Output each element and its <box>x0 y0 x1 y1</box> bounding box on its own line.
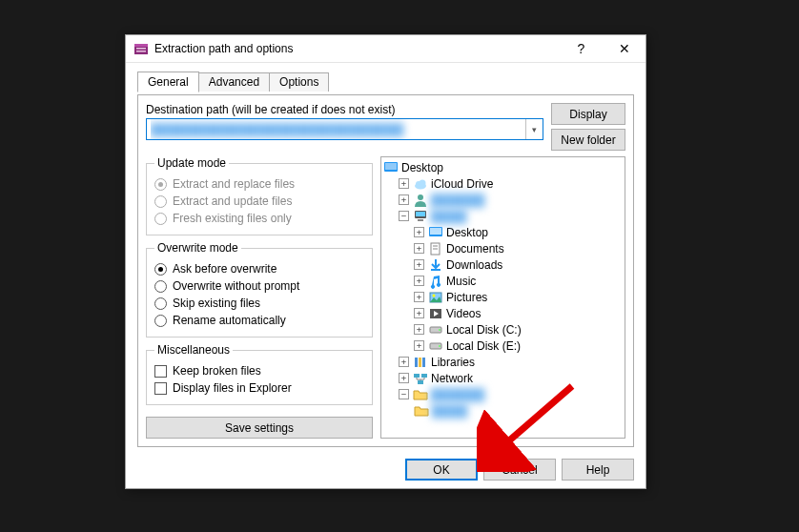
svg-point-23 <box>439 329 440 331</box>
extraction-options-dialog: Extraction path and options ? ✕ General … <box>125 34 646 489</box>
tab-page-general: Destination path (will be created if doe… <box>137 94 634 447</box>
svg-point-20 <box>433 294 436 297</box>
expand-icon[interactable]: + <box>414 292 424 302</box>
radio-extract-replace[interactable]: Extract and replace files <box>154 175 364 193</box>
tree-node-network[interactable]: + Network <box>383 370 623 386</box>
tree-node-user[interactable]: + ██████ <box>383 192 623 208</box>
update-mode-legend: Update mode <box>154 156 229 170</box>
svg-rect-2 <box>136 48 146 50</box>
radio-skip-existing[interactable]: Skip existing files <box>154 295 364 312</box>
help-button[interactable]: Help <box>562 459 634 481</box>
tree-node-documents[interactable]: + Documents <box>383 240 623 256</box>
destination-path-label: Destination path (will be created if doe… <box>146 103 543 116</box>
drive-icon <box>428 338 443 354</box>
tree-node-libraries[interactable]: + Libraries <box>383 354 623 370</box>
expand-icon[interactable]: + <box>399 194 409 205</box>
svg-point-25 <box>439 345 440 347</box>
checkbox-icon <box>154 365 167 378</box>
expand-icon[interactable]: + <box>414 308 424 318</box>
save-settings-button[interactable]: Save settings <box>146 417 373 439</box>
folder-tree[interactable]: Desktop + iCloud Drive + ██████ − <box>380 156 625 439</box>
tree-node-pc[interactable]: − ████ <box>383 208 623 224</box>
tree-node-icloud[interactable]: + iCloud Drive <box>383 175 623 192</box>
tab-options[interactable]: Options <box>269 72 329 92</box>
client-area: General Advanced Options Destination pat… <box>126 63 645 490</box>
collapse-icon[interactable]: − <box>399 389 409 399</box>
svg-rect-30 <box>421 374 427 378</box>
radio-icon <box>154 263 167 276</box>
tree-node-downloads[interactable]: + Downloads <box>383 256 623 273</box>
expand-icon[interactable]: + <box>414 259 424 270</box>
expand-icon[interactable]: + <box>399 373 409 383</box>
svg-rect-11 <box>416 212 425 216</box>
svg-rect-27 <box>419 358 421 367</box>
expand-icon[interactable]: + <box>414 227 424 237</box>
path-row: Destination path (will be created if doe… <box>146 103 625 151</box>
svg-rect-5 <box>385 163 397 170</box>
destination-path-combo[interactable]: ████████████████████████████ ▾ <box>146 118 543 140</box>
drive-icon <box>428 322 443 338</box>
computer-icon <box>413 209 428 224</box>
folder-icon <box>413 387 428 402</box>
libraries-icon <box>413 355 428 370</box>
svg-rect-12 <box>418 219 423 221</box>
tree-node-folder-blur[interactable]: − ██████ <box>383 386 623 402</box>
miscellaneous-group: Miscellaneous Keep broken files Display … <box>146 343 373 405</box>
expand-icon[interactable]: + <box>414 340 424 351</box>
folder-icon <box>414 403 429 419</box>
tree-node-videos[interactable]: + Videos <box>383 305 623 321</box>
radio-rename-auto[interactable]: Rename automatically <box>154 312 364 329</box>
user-icon <box>413 193 428 208</box>
desktop-icon <box>383 160 399 175</box>
svg-rect-1 <box>134 44 148 47</box>
radio-fresh-existing[interactable]: Fresh existing files only <box>154 210 364 227</box>
pictures-icon <box>428 290 443 305</box>
collapse-icon[interactable]: − <box>399 211 409 221</box>
window-title: Extraction path and options <box>154 42 560 55</box>
tree-node-subfolder-blur[interactable]: ████ <box>383 402 623 419</box>
radio-extract-update[interactable]: Extract and update files <box>154 193 364 210</box>
svg-rect-31 <box>418 380 423 384</box>
close-button[interactable]: ✕ <box>603 35 645 63</box>
documents-icon <box>428 241 443 256</box>
svg-point-9 <box>418 194 423 200</box>
music-icon <box>428 274 443 289</box>
tab-advanced[interactable]: Advanced <box>198 72 270 92</box>
expand-icon[interactable]: + <box>414 243 424 254</box>
cancel-button[interactable]: Cancel <box>483 459 556 481</box>
overwrite-mode-group: Overwrite mode Ask before overwrite Over… <box>146 241 373 338</box>
radio-icon <box>154 213 167 225</box>
radio-icon <box>154 195 167 208</box>
display-button[interactable]: Display <box>551 103 625 125</box>
radio-icon <box>154 297 167 310</box>
network-icon <box>413 371 428 386</box>
title-bar: Extraction path and options ? ✕ <box>126 35 645 63</box>
tree-node-disk-c[interactable]: + Local Disk (C:) <box>383 321 623 338</box>
update-mode-group: Update mode Extract and replace files Ex… <box>146 156 373 235</box>
content-columns: Update mode Extract and replace files Ex… <box>146 156 625 439</box>
chevron-down-icon[interactable]: ▾ <box>525 119 543 139</box>
tree-node-music[interactable]: + Music <box>383 273 623 289</box>
tree-node-disk-e[interactable]: + Local Disk (E:) <box>383 338 623 354</box>
expand-icon[interactable]: + <box>399 357 409 367</box>
radio-overwrite-no-prompt[interactable]: Overwrite without prompt <box>154 277 364 295</box>
svg-rect-14 <box>430 228 441 235</box>
winrar-icon <box>133 41 149 56</box>
svg-rect-3 <box>136 51 146 52</box>
radio-icon <box>154 315 167 327</box>
tree-node-sub-desktop[interactable]: + Desktop <box>383 224 623 240</box>
check-keep-broken[interactable]: Keep broken files <box>154 362 364 379</box>
help-button[interactable]: ? <box>560 35 603 63</box>
tree-node-desktop[interactable]: Desktop <box>383 159 623 175</box>
svg-point-8 <box>420 179 426 186</box>
expand-icon[interactable]: + <box>414 324 424 335</box>
tab-general[interactable]: General <box>137 72 199 92</box>
expand-icon[interactable]: + <box>414 276 424 286</box>
tree-node-pictures[interactable]: + Pictures <box>383 289 623 305</box>
check-display-explorer[interactable]: Display files in Explorer <box>154 379 364 397</box>
miscellaneous-legend: Miscellaneous <box>154 343 233 357</box>
ok-button[interactable]: OK <box>405 459 478 481</box>
new-folder-button[interactable]: New folder <box>551 129 625 151</box>
expand-icon[interactable]: + <box>399 178 409 189</box>
radio-ask-before[interactable]: Ask before overwrite <box>154 260 364 277</box>
